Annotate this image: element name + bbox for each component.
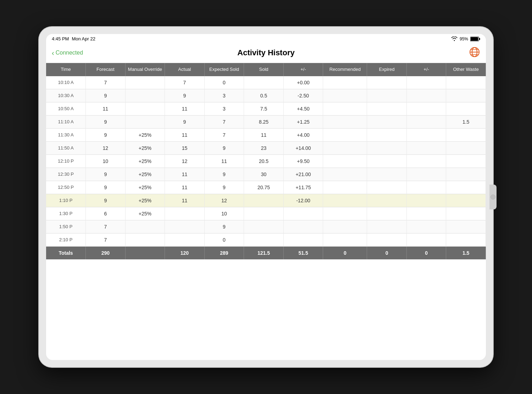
time-display: 4:45 PM (52, 36, 69, 41)
cell-expected_sold: 9 (204, 220, 244, 233)
cell-plusminus2 (406, 233, 446, 246)
totals-sold: 121.5 (244, 246, 284, 259)
table-row: 12:10 P10+25%121120.5+9.50 (46, 154, 486, 168)
cell-actual: 15 (165, 141, 205, 154)
cell-other_waste (446, 207, 486, 220)
cell-time: 1:30 P (46, 207, 86, 220)
battery-percent: 95% (460, 36, 468, 41)
cell-expired (367, 102, 407, 115)
totals-expected-sold: 289 (204, 246, 244, 259)
header-plusminus2: +/- (406, 63, 446, 76)
cell-sold: 0.5 (244, 89, 284, 102)
table-row: 10:30 A9930.5-2.50 (46, 89, 486, 102)
cell-recommended (323, 220, 367, 233)
cell-sold (244, 207, 284, 220)
cell-time: 1:10 P (46, 194, 86, 207)
cell-plusminus1: +11.75 (283, 181, 323, 194)
cell-expired (367, 207, 407, 220)
cell-expected_sold: 7 (204, 115, 244, 128)
cell-sold: 30 (244, 168, 284, 181)
activity-table: Time Forecast Manual Override Actual Exp… (46, 63, 486, 259)
cell-other_waste (446, 220, 486, 233)
cell-expired (367, 220, 407, 233)
cell-time: 11:50 A (46, 141, 86, 154)
cell-actual: 11 (165, 194, 205, 207)
table-container: Time Forecast Manual Override Actual Exp… (46, 63, 486, 360)
cell-actual: 11 (165, 102, 205, 115)
totals-expired: 0 (367, 246, 407, 259)
table-body: 10:10 A770+0.0010:30 A9930.5-2.5010:50 A… (46, 76, 486, 247)
cell-expected_sold: 3 (204, 102, 244, 115)
cell-recommended (323, 115, 367, 128)
table-row: 12:50 P9+25%11920.75+11.75 (46, 181, 486, 194)
cell-other_waste (446, 141, 486, 154)
cell-forecast: 12 (86, 141, 126, 154)
cell-plusminus2 (406, 207, 446, 220)
cell-actual: 12 (165, 154, 205, 168)
cell-expected_sold: 9 (204, 168, 244, 181)
cell-actual: 11 (165, 168, 205, 181)
cell-expected_sold: 10 (204, 207, 244, 220)
battery-icon (470, 36, 480, 41)
totals-plusminus2: 0 (406, 246, 446, 259)
cell-plusminus2 (406, 141, 446, 154)
totals-plusminus1: 51.5 (283, 246, 323, 259)
cell-sold: 20.5 (244, 154, 284, 168)
header-forecast: Forecast (86, 63, 126, 76)
cell-time: 1:50 P (46, 220, 86, 233)
cell-recommended (323, 194, 367, 207)
nav-connected-label: Connected (56, 50, 83, 56)
cell-time: 10:30 A (46, 89, 86, 102)
cell-recommended (323, 89, 367, 102)
globe-button[interactable] (469, 46, 480, 59)
cell-time: 2:10 P (46, 233, 86, 246)
cell-other_waste (446, 128, 486, 141)
header-expired: Expired (367, 63, 407, 76)
cell-recommended (323, 76, 367, 89)
cell-forecast: 9 (86, 168, 126, 181)
home-button-inner[interactable] (491, 195, 495, 199)
cell-recommended (323, 168, 367, 181)
cell-recommended (323, 102, 367, 115)
cell-forecast: 10 (86, 154, 126, 168)
cell-expired (367, 128, 407, 141)
cell-other_waste (446, 76, 486, 89)
ipad-frame: 4:45 PM Mon Apr 22 95% (39, 27, 493, 367)
cell-forecast: 7 (86, 220, 126, 233)
cell-expected_sold: 11 (204, 154, 244, 168)
cell-plusminus2 (406, 102, 446, 115)
cell-expired (367, 154, 407, 168)
table-row: 1:50 P79 (46, 220, 486, 233)
cell-recommended (323, 207, 367, 220)
date-display: Mon Apr 22 (72, 36, 95, 41)
cell-other_waste: 1.5 (446, 115, 486, 128)
cell-plusminus2 (406, 115, 446, 128)
cell-plusminus2 (406, 194, 446, 207)
status-right: 95% (451, 36, 480, 41)
nav-back-button[interactable]: ‹ Connected (52, 49, 83, 57)
cell-recommended (323, 141, 367, 154)
cell-plusminus1: +14.00 (283, 141, 323, 154)
cell-plusminus1 (283, 207, 323, 220)
cell-plusminus2 (406, 154, 446, 168)
cell-forecast: 11 (86, 102, 126, 115)
cell-time: 11:30 A (46, 128, 86, 141)
cell-expected_sold: 0 (204, 76, 244, 89)
header-recommended: Recommended (323, 63, 367, 76)
header-time: Time (46, 63, 86, 76)
cell-recommended (323, 154, 367, 168)
cell-expected_sold: 9 (204, 181, 244, 194)
cell-forecast: 9 (86, 194, 126, 207)
table-header-row: Time Forecast Manual Override Actual Exp… (46, 63, 486, 76)
cell-forecast: 6 (86, 207, 126, 220)
cell-time: 12:10 P (46, 154, 86, 168)
cell-sold: 20.75 (244, 181, 284, 194)
cell-expired (367, 76, 407, 89)
cell-actual: 11 (165, 181, 205, 194)
cell-plusminus1: -2.50 (283, 89, 323, 102)
totals-actual: 120 (165, 246, 205, 259)
cell-other_waste (446, 102, 486, 115)
cell-expected_sold: 7 (204, 128, 244, 141)
cell-plusminus2 (406, 128, 446, 141)
totals-forecast: 290 (86, 246, 126, 259)
